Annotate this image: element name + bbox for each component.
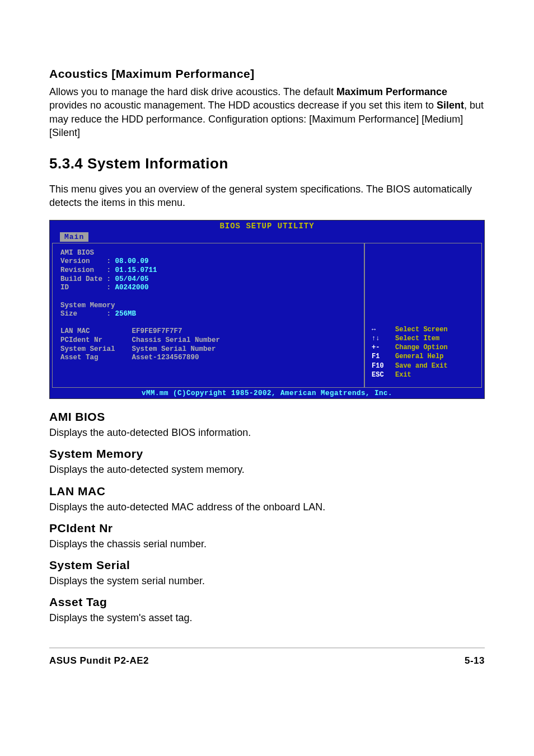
key: ESC bbox=[372, 370, 395, 379]
key: ↔ bbox=[372, 325, 395, 334]
row: System Memory bbox=[60, 302, 115, 309]
sub-lanmac-desc: Displays the auto-detected MAC address o… bbox=[49, 500, 485, 514]
sub-sysmem-desc: Displays the auto-detected system memory… bbox=[49, 463, 485, 476]
sub-sysserial-title: System Serial bbox=[49, 558, 485, 572]
txt: Select Screen bbox=[395, 325, 448, 334]
bios-title: BIOS SETUP UTILITY bbox=[50, 220, 484, 231]
row: ID : bbox=[60, 284, 115, 292]
key: F1 bbox=[372, 352, 395, 361]
help-row: +-Change Option bbox=[372, 343, 476, 352]
sub-ami-bios-desc: Displays the auto-detected BIOS informat… bbox=[49, 426, 485, 439]
bios-tab-main: Main bbox=[60, 232, 88, 242]
row: Build Date : bbox=[60, 275, 115, 283]
sub-ami-bios-title: AMI BIOS bbox=[49, 410, 485, 424]
acoustics-para: Allows you to manage the hard disk drive… bbox=[49, 85, 485, 139]
val: 01.15.0711 bbox=[115, 266, 157, 274]
txt: General Help bbox=[395, 352, 443, 361]
val: 05/04/05 bbox=[115, 275, 149, 283]
help-row: F1General Help bbox=[372, 352, 476, 361]
acoustics-heading: Acoustics [Maximum Performance] bbox=[49, 67, 485, 81]
row: AMI BIOS bbox=[60, 249, 94, 257]
txt: Change Option bbox=[395, 343, 448, 352]
txt: Save and Exit bbox=[395, 361, 448, 370]
sub-pcident-desc: Displays the chassis serial number. bbox=[49, 537, 485, 551]
sub-pcident-title: PCIdent Nr bbox=[49, 522, 485, 535]
row: Revision : bbox=[60, 266, 115, 274]
help-row: F10Save and Exit bbox=[372, 361, 476, 370]
help-row: ↔Select Screen bbox=[372, 325, 476, 334]
text: provides no acoustic management. The HDD… bbox=[49, 100, 437, 111]
txt: Exit bbox=[395, 370, 411, 379]
row: Asset Tag Asset-1234567890 bbox=[60, 354, 199, 361]
row: LAN MAC EF9FE9F7F7F7 bbox=[60, 327, 182, 335]
row: Version : bbox=[60, 257, 115, 265]
section-heading: 5.3.4 System Information bbox=[49, 155, 485, 172]
bios-footer: vMM.mm (C)Copyright 1985-2002, American … bbox=[50, 389, 484, 398]
footer-product: ASUS Pundit P2-AE2 bbox=[49, 655, 149, 666]
key: +- bbox=[372, 343, 395, 352]
sub-lanmac-title: LAN MAC bbox=[49, 485, 485, 498]
page-footer: ASUS Pundit P2-AE2 5-13 bbox=[49, 649, 485, 666]
sub-sysserial-desc: Displays the system serial number. bbox=[49, 574, 485, 588]
bios-body: AMI BIOS Version : 08.00.09 Revision : 0… bbox=[50, 242, 484, 389]
txt: Select Item bbox=[395, 334, 439, 343]
bold-silent: Silent bbox=[437, 100, 464, 111]
val: 08.00.09 bbox=[115, 257, 149, 265]
key: ↑↓ bbox=[372, 334, 395, 343]
bold-max-perf: Maximum Performance bbox=[336, 86, 447, 97]
sub-sysmem-title: System Memory bbox=[49, 447, 485, 461]
bios-right-panel: ↔Select Screen ↑↓Select Item +-Change Op… bbox=[364, 243, 482, 388]
row: Size : bbox=[60, 310, 115, 318]
bios-screenshot: BIOS SETUP UTILITY Main AMI BIOS Version… bbox=[49, 220, 485, 399]
help-row: ESCExit bbox=[372, 370, 476, 379]
bios-left-panel: AMI BIOS Version : 08.00.09 Revision : 0… bbox=[52, 243, 364, 388]
sub-assettag-title: Asset Tag bbox=[49, 595, 485, 609]
val: 256MB bbox=[115, 310, 137, 318]
sub-assettag-desc: Displays the system's asset tag. bbox=[49, 611, 485, 624]
row: PCIdent Nr Chassis Serial Number bbox=[60, 336, 220, 344]
help-row: ↑↓Select Item bbox=[372, 334, 476, 343]
val: A0242000 bbox=[115, 284, 149, 292]
section-intro: This menu gives you an overview of the g… bbox=[49, 182, 485, 210]
footer-page-number: 5-13 bbox=[465, 655, 485, 666]
bios-tabs: Main bbox=[50, 231, 484, 242]
text: Allows you to manage the hard disk drive… bbox=[49, 86, 336, 97]
row: System Serial System Serial Number bbox=[60, 345, 216, 353]
key: F10 bbox=[372, 361, 395, 370]
